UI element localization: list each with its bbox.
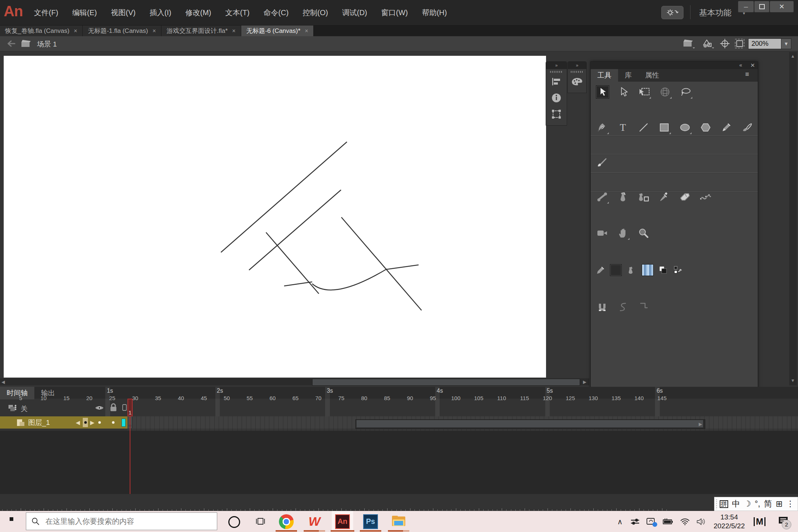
tab-close-icon[interactable]: ×	[305, 28, 308, 34]
collapse-panel-icon[interactable]: «	[739, 62, 742, 68]
panel-menu-icon[interactable]: ≡	[745, 71, 748, 78]
ime-item-6[interactable]: ⊞	[776, 500, 782, 508]
scroll-down-icon[interactable]: ▼	[791, 378, 795, 383]
eyedropper-tool[interactable]	[658, 191, 671, 203]
document-tab-4[interactable]: 无标题-6 (Canvas)*×	[241, 25, 314, 36]
line-tool[interactable]	[637, 121, 650, 134]
close-panel-icon[interactable]: ✕	[750, 62, 755, 69]
layer-outline-color[interactable]	[122, 419, 126, 427]
timeline-tab-时间轴[interactable]: 时间轴	[0, 387, 34, 399]
paint-bucket-tool[interactable]	[637, 191, 650, 203]
volume-icon[interactable]	[696, 518, 706, 526]
info-panel-button[interactable]	[546, 90, 567, 106]
close-window-button[interactable]: ✕	[770, 1, 794, 13]
taskbar-app-animate[interactable]: An	[334, 513, 351, 530]
zoom-level-input[interactable]: 200%	[748, 38, 784, 49]
width-tool[interactable]	[699, 191, 712, 203]
expand-panels-button[interactable]: »	[568, 62, 586, 69]
panel-tab-工具[interactable]: 工具	[591, 69, 618, 82]
action-center-button[interactable]: 2	[778, 516, 788, 527]
maximize-button[interactable]	[754, 1, 770, 13]
search-input[interactable]	[45, 517, 201, 526]
document-tab-1[interactable]: 恢复_卷轴.fla (Canvas)×	[0, 25, 83, 36]
onion-marker[interactable]	[83, 418, 88, 427]
layer-name[interactable]: 图层_1	[28, 418, 50, 427]
straighten-icon[interactable]	[637, 301, 650, 313]
cortana-button[interactable]	[228, 516, 240, 528]
panel-tab-属性[interactable]: 属性	[638, 69, 666, 82]
ime-grip[interactable]	[716, 499, 717, 509]
workspace-label[interactable]: 基本功能	[699, 7, 732, 18]
minimize-button[interactable]: ─	[738, 1, 754, 13]
subselection-tool[interactable]	[617, 86, 630, 98]
tab-close-icon[interactable]: ×	[232, 28, 235, 34]
layers-menu-icon[interactable]	[7, 404, 17, 412]
menu-5[interactable]: 修改(M)	[185, 8, 211, 18]
scroll-up-icon[interactable]: ▲	[791, 54, 795, 59]
taskbar-app-chrome[interactable]	[278, 513, 295, 530]
onion-next-icon[interactable]: ▶	[90, 419, 95, 426]
scrollbar-thumb[interactable]	[312, 379, 580, 386]
scroll-right-icon[interactable]: ▶	[583, 379, 586, 385]
camera-tool[interactable]	[596, 227, 608, 239]
hand-tool[interactable]	[617, 227, 629, 239]
show-hidden-icons-button[interactable]: ∧	[617, 517, 623, 526]
menu-6[interactable]: 文本(T)	[225, 8, 250, 18]
layer-visibility-dot[interactable]	[98, 421, 101, 424]
ime-item-4[interactable]: °,	[755, 500, 760, 508]
scroll-left-icon[interactable]: ◀	[1, 379, 5, 385]
ime-item-1[interactable]: 拼	[720, 500, 728, 508]
pen-tool[interactable]	[596, 121, 608, 134]
paint-brush-tool[interactable]	[741, 121, 753, 134]
onion-prev-icon[interactable]: ◀	[76, 419, 80, 426]
touchpad-settings-icon[interactable]	[631, 518, 640, 526]
free-transform-tool[interactable]	[638, 86, 651, 98]
scrollbar-thumb[interactable]	[357, 420, 703, 427]
ime-item-7[interactable]: ⋮	[786, 500, 794, 508]
fill-color-swatch[interactable]	[642, 264, 654, 276]
zoom-tool[interactable]	[637, 227, 650, 239]
taskbar-app-wps[interactable]: W	[306, 513, 323, 530]
taskbar-app-explorer[interactable]	[390, 513, 407, 530]
stroke-color-swatch[interactable]	[610, 264, 622, 276]
ime-item-2[interactable]: 中	[732, 500, 740, 508]
align-panel-button[interactable]	[546, 74, 567, 90]
menu-4[interactable]: 插入(I)	[150, 8, 171, 18]
timeline-tab-输出[interactable]: 输出	[34, 387, 62, 399]
task-view-button[interactable]	[256, 517, 265, 526]
transform-panel-button[interactable]	[546, 106, 567, 122]
stage-vertical-scrollbar[interactable]: ▲ ▼	[789, 52, 797, 385]
edit-scene-icon[interactable]	[683, 39, 695, 49]
ime-toolbar[interactable]: 拼中☽°,简⊞⋮	[714, 497, 798, 511]
timeline-scrollbar[interactable]: ◀ ▶	[355, 419, 705, 429]
menu-9[interactable]: 调试(D)	[342, 8, 367, 18]
scroll-right-icon[interactable]: ▶	[699, 422, 702, 427]
snap-to-objects-icon[interactable]	[596, 301, 608, 313]
lock-all-layers-icon[interactable]	[109, 403, 117, 412]
panel-tab-库[interactable]: 库	[618, 69, 638, 82]
menu-7[interactable]: 命令(C)	[263, 8, 289, 18]
bone-tool[interactable]	[596, 191, 608, 203]
panel-grip[interactable]	[550, 71, 563, 73]
center-stage-icon[interactable]	[720, 38, 730, 49]
ime-item-3[interactable]: ☽	[744, 500, 751, 508]
menu-11[interactable]: 帮助(H)	[422, 8, 447, 18]
selection-tool[interactable]	[596, 85, 609, 99]
taskbar-app-photoshop[interactable]: Ps	[362, 513, 379, 530]
tab-close-icon[interactable]: ×	[74, 28, 77, 34]
menu-2[interactable]: 编辑(E)	[72, 8, 97, 18]
back-arrow-icon[interactable]	[7, 40, 16, 47]
workspace-switcher-button[interactable]	[661, 6, 683, 19]
text-tool[interactable]: T	[617, 121, 629, 134]
ime-item-5[interactable]: 简	[764, 500, 772, 508]
menu-1[interactable]: 文件(F)	[34, 8, 58, 18]
stage-horizontal-scrollbar[interactable]: ◀ ▶	[0, 378, 589, 385]
panel-grip[interactable]	[571, 71, 583, 73]
document-tab-3[interactable]: 游戏交互界面设计.fla*×	[161, 25, 241, 36]
tab-close-icon[interactable]: ×	[153, 28, 156, 34]
zoom-dropdown-button[interactable]: ▼	[781, 38, 791, 49]
oval-tool[interactable]	[679, 121, 691, 134]
smooth-icon[interactable]	[617, 301, 629, 313]
show-hide-all-layers-icon[interactable]	[95, 405, 104, 411]
polystar-tool[interactable]	[699, 121, 712, 134]
